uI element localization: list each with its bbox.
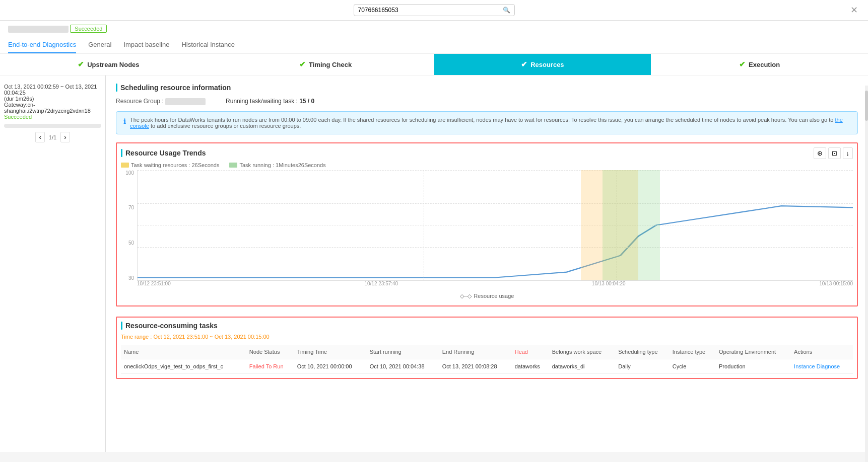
table-row: oneclickOdps_vige_test_to_odps_first_c F… <box>121 359 853 373</box>
chart-section: Resource Usage Trends ⊕ ⊡ ↓ Task waiting… <box>116 142 858 306</box>
legend-waiting: Task waiting resources : 26Seconds <box>121 162 219 168</box>
x-label-1: 10/12 23:57:40 <box>364 281 398 291</box>
sidebar-item[interactable]: Oct 13, 2021 00:02:59 ~ Oct 13, 2021 00:… <box>4 82 101 122</box>
tab-impact[interactable]: Impact baseline <box>123 37 169 53</box>
wizard-label-execution: Execution <box>749 61 780 68</box>
check-icon-4: ✔ <box>739 60 746 69</box>
vline-1 <box>424 170 424 280</box>
grid-line-30 <box>138 247 853 248</box>
legend-running-color <box>229 163 237 168</box>
cell-action[interactable]: Instance Diagnose <box>791 359 853 373</box>
wizard-label-resources: Resources <box>530 61 564 68</box>
info-icon: ℹ <box>123 117 126 129</box>
sidebar-nav: ‹ 1/1 › <box>4 132 101 142</box>
chart-title: Resource Usage Trends <box>121 149 206 157</box>
sidebar-date-range: Oct 13, 2021 00:02:59 ~ Oct 13, 2021 00:… <box>4 84 101 96</box>
wizard-step-execution[interactable]: ✔ Execution <box>651 54 868 75</box>
wizard-step-resources[interactable]: ✔ Resources <box>434 54 651 75</box>
cell-timing: Oct 10, 2021 00:00:00 <box>294 359 367 373</box>
col-sched-type: Scheduling type <box>615 345 670 359</box>
tab-end-to-end[interactable]: End-to-end Diagnostics <box>8 37 76 53</box>
chart-action-zoom[interactable]: ⊡ <box>828 147 841 159</box>
sidebar-prev-button[interactable]: ‹ <box>35 132 44 142</box>
sidebar-gateway: Gateway:cn-shanghai.i2wtnp72dryzcirg2vdx… <box>4 102 101 114</box>
tab-general[interactable]: General <box>88 37 111 53</box>
chart-legend: Task waiting resources : 26Seconds Task … <box>117 162 857 168</box>
sidebar-scrollbar[interactable] <box>4 124 101 128</box>
diamond-icon: ◇─◇ <box>460 293 472 299</box>
cell-start: Oct 10, 2021 00:04:38 <box>367 359 439 373</box>
resource-group-row: Resource Group : Running task/waiting ta… <box>116 98 858 105</box>
col-name: Name <box>121 345 246 359</box>
table-header: Name Node Status Timing Time Start runni… <box>121 345 853 359</box>
y-label-30: 30 <box>128 275 134 281</box>
header-section: Succeeded End-to-end Diagnostics General… <box>0 21 868 54</box>
col-timing: Timing Time <box>294 345 367 359</box>
cell-head: dataworks <box>512 359 549 373</box>
sidebar: Oct 13, 2021 00:02:59 ~ Oct 13, 2021 00:… <box>0 75 106 452</box>
wizard-bar: ✔ Upstream Nodes ✔ Timing Check ✔ Resour… <box>0 54 868 75</box>
col-end: End Running <box>439 345 512 359</box>
sidebar-next-button[interactable]: › <box>60 132 70 142</box>
resource-consuming-section: Resource-consuming tasks Time range : Oc… <box>116 317 858 379</box>
chart-container: 100 70 50 30 <box>117 170 857 291</box>
main-layout: Oct 13, 2021 00:02:59 ~ Oct 13, 2021 00:… <box>0 75 868 452</box>
chart-area <box>137 170 853 281</box>
grid-line-50 <box>138 225 853 225</box>
sidebar-duration: (dur 1m26s) <box>4 96 101 102</box>
sidebar-status: Succeeded <box>4 114 101 120</box>
chart-header: Resource Usage Trends ⊕ ⊡ ↓ <box>117 147 857 159</box>
chart-y-axis: 100 70 50 30 <box>121 170 136 281</box>
col-workspace: Belongs work space <box>549 345 616 359</box>
time-range: Time range : Oct 12, 2021 23:51:00 ~ Oct… <box>121 334 853 340</box>
tab-historical[interactable]: Historical instance <box>181 37 235 53</box>
cell-inst-type: Cycle <box>670 359 716 373</box>
col-status: Node Status <box>246 345 294 359</box>
check-icon-2: ✔ <box>299 60 306 69</box>
tabs-bar: End-to-end Diagnostics General Impact ba… <box>8 37 860 53</box>
content-area: Scheduling resource information Resource… <box>106 75 868 452</box>
cell-sched-type: Daily <box>615 359 670 373</box>
wizard-step-upstream[interactable]: ✔ Upstream Nodes <box>0 54 217 75</box>
grid-line-70 <box>138 203 853 204</box>
close-button[interactable]: ✕ <box>850 5 858 16</box>
col-op-env: Operating Environment <box>716 345 791 359</box>
info-box: ℹ The peak hours for DataWorks tenants t… <box>116 111 858 134</box>
legend-waiting-color <box>121 163 129 168</box>
cell-end: Oct 13, 2021 00:08:28 <box>439 359 512 373</box>
y-label-50: 50 <box>128 240 134 246</box>
search-icon: 🔍 <box>503 7 510 14</box>
col-head: Head <box>512 345 549 359</box>
info-text: The peak hours for DataWorks tenants to … <box>130 117 850 129</box>
top-bar: 🔍 ✕ <box>0 0 868 21</box>
resource-consuming-title: Resource-consuming tasks <box>121 322 853 330</box>
col-inst-type: Instance type <box>670 345 716 359</box>
chart-x-labels: 10/12 23:51:00 10/12 23:57:40 10/13 00:0… <box>137 281 853 291</box>
y-label-100: 100 <box>125 170 134 176</box>
search-box[interactable]: 🔍 <box>354 4 515 16</box>
highlight-green <box>603 170 660 280</box>
chart-action-download[interactable]: ↓ <box>843 147 853 159</box>
wizard-label-timing: Timing Check <box>309 61 352 68</box>
col-actions: Actions <box>791 345 853 359</box>
cell-workspace: dataworks_di <box>549 359 616 373</box>
col-start: Start running <box>367 345 439 359</box>
resource-group-value <box>165 98 206 105</box>
legend-running: Task running : 1Minutes26Seconds <box>229 162 325 168</box>
grid-line-100 <box>138 170 853 171</box>
chart-bottom-label: ◇─◇ Resource usage <box>117 291 857 301</box>
search-input[interactable] <box>358 7 503 14</box>
x-label-2: 10/13 00:04:20 <box>592 281 626 291</box>
chart-action-crosshair[interactable]: ⊕ <box>814 147 826 159</box>
resource-group-label: Resource Group : <box>116 98 164 105</box>
sidebar-pagination: 1/1 <box>49 134 56 140</box>
x-label-3: 10/13 00:15:00 <box>819 281 853 291</box>
check-icon: ✔ <box>78 60 84 69</box>
scroll-thumb[interactable] <box>865 91 868 121</box>
status-badge: Succeeded <box>70 25 107 33</box>
scroll-bar-right[interactable] <box>865 86 868 452</box>
legend-running-label: Task running : 1Minutes26Seconds <box>239 162 325 168</box>
check-icon-3: ✔ <box>521 60 527 69</box>
wizard-step-timing[interactable]: ✔ Timing Check <box>217 54 434 75</box>
cell-status: Failed To Run <box>246 359 294 373</box>
